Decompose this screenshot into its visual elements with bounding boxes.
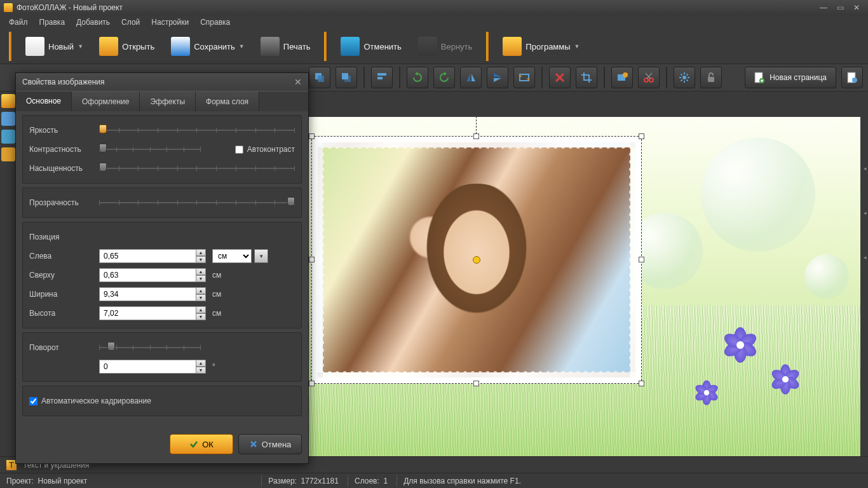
unit-extra-button[interactable]: ▾	[254, 249, 268, 263]
undo-button[interactable]: Отменить	[334, 32, 407, 60]
canvas-area[interactable]	[299, 117, 860, 460]
smiley-icon[interactable]	[1, 147, 15, 161]
save-button[interactable]: Сохранить ▼	[165, 32, 250, 60]
tab-effects[interactable]: Эффекты	[140, 92, 196, 111]
opacity-label: Прозрачность	[29, 198, 93, 207]
layer-back-button[interactable]	[309, 67, 330, 88]
cancel-button[interactable]: Отмена	[238, 434, 302, 454]
unit-select[interactable]: см	[212, 249, 252, 263]
svg-point-9	[644, 78, 648, 82]
app-title: ФотоКОЛЛАЖ - Новый проект	[17, 3, 123, 12]
spin-down[interactable]: ▼	[196, 367, 206, 374]
menu-add[interactable]: Добавить	[71, 17, 115, 28]
globe-icon[interactable]	[1, 130, 15, 144]
align-button[interactable]	[371, 67, 393, 88]
main-toolbar: Новый ▼ Открыть Сохранить ▼ Печать Отмен…	[0, 29, 868, 64]
ok-button[interactable]: ОК	[170, 434, 233, 454]
open-button[interactable]: Открыть	[93, 32, 161, 60]
opacity-slider[interactable]	[99, 198, 295, 207]
spin-up[interactable]: ▲	[196, 268, 206, 275]
spin-down[interactable]: ▼	[196, 313, 206, 320]
saturation-label: Насыщенность	[29, 164, 93, 173]
svg-point-16	[852, 78, 857, 83]
menu-edit[interactable]: Правка	[34, 17, 71, 28]
width-input[interactable]	[99, 287, 201, 301]
layer-front-button[interactable]	[336, 67, 357, 88]
dialog-tabs: Основное Оформление Эффекты Форма слоя	[16, 91, 308, 111]
image-icon[interactable]	[1, 112, 15, 126]
fit-button[interactable]	[513, 67, 535, 88]
contrast-label: Контрастность	[29, 145, 93, 154]
top-label: Сверху	[29, 271, 93, 280]
contrast-slider[interactable]	[99, 145, 201, 154]
autocrop-checkbox[interactable]: Автоматическое кадрирование	[29, 391, 295, 410]
svg-rect-3	[342, 73, 348, 79]
flip-vertical-button[interactable]	[487, 67, 508, 88]
dialog-title-bar[interactable]: Свойства изображения ✕	[16, 73, 308, 91]
chevron-down-icon[interactable]: ▼	[574, 43, 580, 50]
tab-layer-shape[interactable]: Форма слоя	[196, 92, 259, 111]
toolbar-separator	[541, 67, 543, 88]
rotate-left-button[interactable]	[407, 67, 428, 88]
spin-up[interactable]: ▲	[196, 249, 206, 256]
undo-icon	[341, 37, 360, 56]
svg-rect-12	[708, 77, 714, 82]
menu-layer[interactable]: Слой	[116, 17, 145, 28]
toolbar-separator	[363, 67, 365, 88]
height-input[interactable]	[99, 306, 201, 320]
top-input[interactable]	[99, 268, 201, 282]
minimize-button[interactable]: —	[816, 3, 831, 13]
dialog-close-button[interactable]: ✕	[294, 77, 302, 87]
rotation-slider[interactable]	[99, 343, 201, 352]
menu-bar: Файл Правка Добавить Слой Настройки Спра…	[0, 15, 868, 29]
new-page-button[interactable]: Новая страница	[745, 67, 836, 88]
new-button[interactable]: Новый ▼	[19, 32, 89, 60]
close-icon	[249, 440, 258, 449]
menu-help[interactable]: Справка	[195, 17, 235, 28]
saturation-slider[interactable]	[99, 164, 295, 173]
spin-down[interactable]: ▼	[196, 294, 206, 301]
redo-button[interactable]: Вернуть	[412, 32, 479, 60]
check-icon	[189, 440, 198, 449]
brightness-label: Яркость	[29, 126, 93, 135]
star-icon[interactable]	[1, 94, 15, 108]
print-button[interactable]: Печать	[254, 32, 317, 60]
tab-decoration[interactable]: Оформление	[72, 92, 140, 111]
app-icon	[4, 3, 13, 12]
chevron-down-icon[interactable]: ▼	[78, 43, 83, 50]
spin-up[interactable]: ▲	[196, 287, 206, 294]
svg-rect-1	[318, 76, 324, 82]
new-icon	[25, 37, 44, 56]
programs-button[interactable]: Программы ▼	[496, 32, 585, 60]
photo-layer[interactable]	[311, 136, 642, 384]
spin-up[interactable]: ▲	[196, 360, 206, 367]
menu-file[interactable]: Файл	[4, 17, 33, 28]
height-label: Высота	[29, 309, 93, 318]
rotate-right-button[interactable]	[433, 67, 455, 88]
cut-button[interactable]	[638, 67, 660, 88]
tab-main[interactable]: Основное	[16, 92, 72, 111]
svg-rect-4	[377, 73, 386, 76]
crop-button[interactable]	[576, 67, 597, 88]
brightness-slider[interactable]	[99, 126, 295, 135]
svg-rect-6	[520, 74, 529, 81]
spin-down[interactable]: ▼	[196, 256, 206, 263]
autocontrast-checkbox[interactable]: Автоконтраст	[235, 145, 295, 154]
close-button[interactable]: ✕	[849, 3, 864, 13]
box-icon	[503, 37, 522, 56]
lock-button[interactable]	[700, 67, 722, 88]
page-settings-button[interactable]	[841, 67, 863, 88]
chevron-down-icon[interactable]: ▼	[239, 43, 244, 50]
replace-button[interactable]	[611, 67, 633, 88]
maximize-button[interactable]: ▭	[832, 3, 848, 13]
spin-down[interactable]: ▼	[196, 275, 206, 282]
menu-settings[interactable]: Настройки	[146, 17, 194, 28]
position-label: Позиция	[29, 233, 59, 241]
spin-up[interactable]: ▲	[196, 306, 206, 313]
flip-horizontal-button[interactable]	[460, 67, 482, 88]
left-input[interactable]	[99, 249, 201, 263]
rotation-input[interactable]	[99, 360, 201, 374]
delete-button[interactable]	[549, 67, 571, 88]
settings-button[interactable]	[674, 67, 695, 88]
redo-icon	[418, 37, 437, 56]
